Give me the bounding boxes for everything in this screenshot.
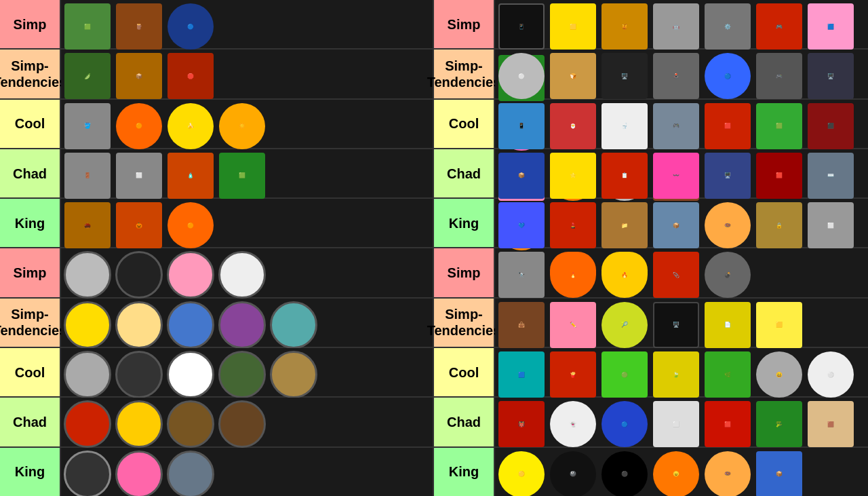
- char-cell: [114, 300, 164, 350]
- left-label-simptend2: Simp-Tendencies: [0, 299, 61, 347]
- char-donut2: 🍩: [705, 451, 751, 496]
- char-cell: 🟩: [217, 151, 267, 201]
- char-yellow-sphere: 🟡: [498, 451, 545, 496]
- char-sun: ☀️: [219, 103, 265, 149]
- char-cell: 🍟: [548, 349, 598, 400]
- char-cell: 👜: [496, 300, 547, 350]
- char-cell: 🔒: [754, 200, 804, 250]
- right-label-simptend2: Simp-Tendencies: [434, 299, 495, 347]
- char-green-block: 🟩: [64, 3, 111, 50]
- char-grass: 🌿: [705, 351, 751, 398]
- char-gray-sq2: ⬜: [808, 202, 854, 248]
- left-row-simp2: Simp: [0, 248, 433, 298]
- char-cell: 📦: [754, 449, 804, 496]
- char-white-rect: ⬜: [653, 401, 699, 447]
- char-cell: 〰️: [651, 151, 701, 201]
- char-cell: 🔥: [548, 250, 598, 300]
- circ-yellow2: [64, 301, 111, 349]
- char-cell: 🚽: [599, 101, 650, 151]
- left-content-king: 🌰 🎃 🟠: [61, 199, 433, 247]
- char-red-lip: 💄: [550, 202, 596, 248]
- char-cell: 📱: [496, 101, 547, 151]
- char-brown-arm: 🪵: [116, 3, 162, 50]
- char-gray-smile: 😄: [756, 351, 802, 398]
- char-cell: 🛑: [165, 51, 216, 101]
- char-teal-blob: 🟦: [498, 351, 545, 398]
- char-red-santa: 🎅: [550, 103, 596, 149]
- char-cell: ⌨️: [806, 151, 856, 201]
- char-cell: 🍌: [165, 101, 216, 151]
- left-label-simp: Simp: [0, 0, 61, 48]
- char-brown-folder: 📁: [601, 202, 648, 248]
- char-cell: 🎃: [114, 200, 164, 250]
- char-dark-red: ⬛: [808, 103, 854, 149]
- left-row-king2: King: [0, 448, 433, 496]
- circ-pink2: [115, 451, 163, 496]
- char-yellow-crumple: 📄: [705, 302, 751, 348]
- char-robot: 🤖: [653, 3, 699, 50]
- left-row-simp-tend: Simp-Tendencies 🫛 📦 🛑: [0, 50, 433, 99]
- char-cell: 🟩: [754, 101, 804, 151]
- char-cell: 📁: [599, 200, 650, 250]
- char-red-stop: 🛑: [167, 53, 214, 99]
- char-donut: 🍩: [705, 202, 751, 248]
- char-gray-sq: ⬜: [116, 153, 162, 199]
- char-cell: 💙: [496, 200, 547, 250]
- char-gray-bomb: 💣: [705, 252, 751, 298]
- char-gameboy: 🎮: [653, 103, 699, 149]
- char-gray-box2: 📦: [653, 202, 699, 248]
- char-green-sh: 🟩: [756, 103, 802, 149]
- char-cell: 📦: [651, 200, 701, 250]
- circ-censored: [64, 451, 111, 496]
- char-cell: ☀️: [217, 101, 267, 151]
- right-label-king: King: [434, 199, 495, 247]
- char-cell: 🟢: [599, 349, 650, 400]
- char-cell: 📋: [599, 151, 650, 201]
- circ-gray-sphere: [64, 351, 111, 398]
- char-cell: 🔵: [165, 1, 216, 52]
- right-row-simp: Simp 📱 🟨 🍯 🤖 ⚙️ 🎮 🟦 ⬛: [434, 0, 868, 50]
- circ-red-chile: [64, 400, 111, 448]
- left-content-simp-tend: 🫛 📦 🛑: [61, 50, 433, 98]
- right-label-king2: King: [434, 448, 495, 496]
- char-cell: [217, 349, 267, 400]
- char-cell: 🔭: [496, 250, 547, 300]
- char-cell: 🍯: [599, 1, 650, 52]
- circ-teal: [270, 301, 317, 349]
- char-cell: [165, 399, 216, 449]
- char-red-scary: 👹: [498, 401, 545, 447]
- right-content-simptend: ⚪ 🍞 🖥️ 🕹️ 🔵 🎮 🖥️ 🟡: [495, 50, 868, 98]
- char-brown: 📦: [116, 53, 162, 99]
- circ-dark: [115, 251, 163, 299]
- char-red-stapler: 📎: [653, 252, 699, 298]
- char-cell: ⚪: [806, 349, 856, 400]
- char-honey: 🍯: [601, 3, 648, 50]
- char-8ball: 🎱: [550, 451, 596, 496]
- char-orange: 🟠: [116, 103, 162, 149]
- char-green-blob: 🟢: [601, 351, 648, 398]
- char-toilet: 🚽: [601, 103, 648, 149]
- char-tennis: 🎾: [601, 302, 648, 348]
- char-cell: ✏️: [548, 300, 598, 350]
- char-cell: [62, 349, 113, 400]
- char-cell: 🫛: [62, 51, 113, 101]
- char-cell: 🎱: [548, 449, 598, 496]
- circ-yellow3: [115, 400, 163, 448]
- left-content-simp2: [61, 248, 433, 297]
- char-cell: 🪵: [114, 1, 164, 52]
- char-red-box3: 🟥: [705, 401, 751, 447]
- char-cell: [165, 250, 216, 300]
- char-blue-sph: 🔵: [705, 53, 751, 99]
- char-cell: 🟥: [703, 399, 753, 449]
- char-blue-sphere: 🔵: [167, 3, 214, 50]
- char-keypad: ⌨️: [808, 153, 854, 199]
- char-brown-bag: 👜: [498, 302, 545, 348]
- char-cell: [114, 449, 164, 496]
- char-cell: 😄: [754, 349, 804, 400]
- circ-brown-log: [167, 400, 214, 448]
- char-cell: 🟦: [496, 349, 547, 400]
- char-cell: 🔵: [703, 51, 753, 101]
- char-cell: ⭐: [548, 151, 598, 201]
- left-label-king2: King: [0, 448, 61, 496]
- char-cell: 💣: [703, 250, 753, 300]
